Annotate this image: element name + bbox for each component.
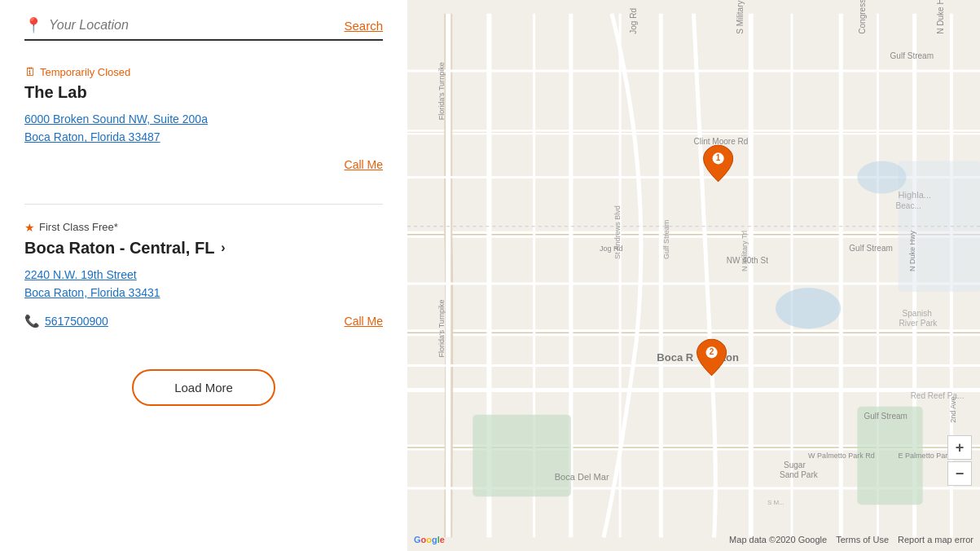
left-panel: 📍 Search 🗓 Temporarily Closed The Lab 60… [0,0,407,551]
location-card-boca-central: ★ First Class Free* Boca Raton - Central… [24,204,383,345]
google-logo: Google [414,535,445,544]
svg-text:S Military Trail: S Military Trail [736,0,745,34]
load-more-button[interactable]: Load More [132,369,275,406]
location-name-the-lab: The Lab [24,83,383,102]
svg-text:Jog Rd: Jog Rd [629,8,638,34]
search-button[interactable]: Search [344,19,383,33]
svg-text:Gulf Stream: Gulf Stream [849,244,893,253]
svg-text:Florida's Turnpike: Florida's Turnpike [437,300,446,358]
address-block-2: 2240 N.W. 19th Street Boca Raton, Florid… [24,266,383,302]
svg-text:Highla...: Highla... [899,190,931,200]
star-icon: ★ [24,221,35,234]
phone-number: 5617500900 [45,315,108,328]
svg-text:River Park: River Park [899,319,938,328]
call-me-button-2[interactable]: Call Me [345,315,383,328]
badge-row-1: 🗓 Temporarily Closed [24,65,383,78]
location-name-boca-central[interactable]: Boca Raton - Central, FL › [24,239,383,258]
address-line1-2[interactable]: 2240 N.W. 19th Street [24,266,383,284]
svg-text:Beac...: Beac... [896,201,921,210]
address-block-1: 6000 Broken Sound NW, Suite 200a Boca Ra… [24,110,383,147]
zoom-in-button[interactable]: + [947,435,972,460]
svg-text:Gulf Stream: Gulf Stream [662,220,670,259]
report-map-error-link[interactable]: Report a map error [898,535,973,544]
svg-text:NW 40th St: NW 40th St [727,256,769,265]
svg-text:Congress Ave: Congress Ave [858,0,867,34]
call-me-button-1[interactable]: Call Me [345,158,383,171]
load-more-container: Load More [24,369,383,406]
map-controls: + − [947,435,972,486]
address-line2-1[interactable]: Boca Raton, Florida 33487 [24,128,383,146]
first-class-badge: ★ First Class Free* [24,221,118,234]
map-svg: Jog Rd S Military Trail N Duke Hwy Congr… [407,0,980,551]
zoom-out-button[interactable]: − [947,461,972,486]
address-line1-1[interactable]: 6000 Broken Sound NW, Suite 200a [24,110,383,128]
svg-text:Clint Moore Rd: Clint Moore Rd [694,137,749,146]
svg-text:Sand Park: Sand Park [780,470,819,479]
location-card-the-lab: 🗓 Temporarily Closed The Lab 6000 Broken… [24,65,383,187]
map-footer-links: Map data ©2020 Google Terms of Use Repor… [729,535,973,544]
svg-text:1: 1 [716,153,721,162]
svg-text:2: 2 [710,347,714,356]
calendar-icon: 🗓 [24,65,36,78]
svg-text:Red Reef Pa...: Red Reef Pa... [911,391,965,400]
badge-row-2: ★ First Class Free* [24,221,383,234]
location-input[interactable] [49,18,344,33]
card-footer-1: Call Me [24,158,383,171]
temporarily-closed-badge: 🗓 Temporarily Closed [24,65,130,78]
svg-text:Florida's Turnpike: Florida's Turnpike [437,62,446,120]
svg-text:N Military Trl: N Military Trl [740,231,749,271]
svg-text:Gulf Stream: Gulf Stream [864,412,907,421]
svg-point-30 [857,161,906,193]
svg-text:W Palmetto Park Rd: W Palmetto Park Rd [808,452,875,460]
svg-text:Jog Rd: Jog Rd [600,245,623,253]
svg-text:Spanish: Spanish [903,309,932,318]
arrow-icon: › [221,240,225,255]
svg-text:N Duke Hwy: N Duke Hwy [936,0,945,34]
svg-text:2nd Ave: 2nd Ave [949,396,957,422]
svg-text:Boca Del Mar: Boca Del Mar [555,472,609,482]
location-pin-icon: 📍 [24,16,42,34]
map-attribution: Map data ©2020 Google [729,535,827,544]
map-panel[interactable]: Jog Rd S Military Trail N Duke Hwy Congr… [407,0,980,551]
svg-text:S M...: S M... [767,499,784,506]
card-footer-2: 📞 5617500900 Call Me [24,314,383,328]
svg-text:N Duke Hwy: N Duke Hwy [908,230,916,271]
map-container: Jog Rd S Military Trail N Duke Hwy Congr… [407,0,980,551]
terms-of-use-link[interactable]: Terms of Use [836,535,889,544]
svg-text:Gulf Stream: Gulf Stream [890,51,934,60]
svg-text:Sugar: Sugar [784,461,806,469]
svg-rect-26 [472,415,571,496]
svg-point-29 [776,288,841,328]
phone-link[interactable]: 📞 5617500900 [24,314,108,328]
location-search: 📍 Search [24,16,383,41]
svg-text:Boca R: Boca R [657,351,694,364]
address-line2-2[interactable]: Boca Raton, Florida 33431 [24,284,383,302]
phone-icon: 📞 [24,314,40,328]
